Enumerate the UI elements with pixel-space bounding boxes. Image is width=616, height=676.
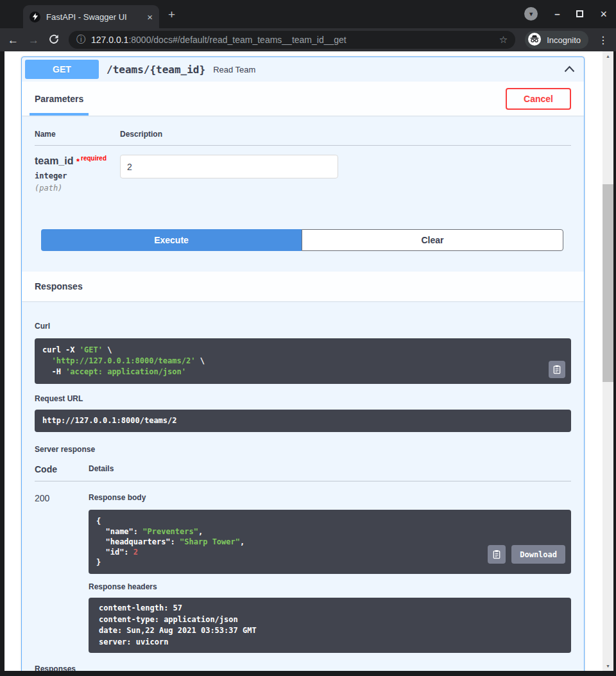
responses-section-title: Responses (35, 281, 83, 291)
copy-curl-button[interactable] (549, 361, 565, 378)
page-scrollbar[interactable]: ▲ ▼ (603, 51, 613, 671)
response-headers-label: Response headers (89, 582, 571, 591)
operation-summary-text: Read Team (213, 65, 564, 74)
column-name: Name (35, 130, 120, 139)
documented-responses-title: Responses (35, 664, 571, 671)
collapse-chevron-icon[interactable] (564, 64, 575, 75)
browser-tab[interactable]: FastAPI - Swagger UI × (23, 5, 159, 28)
browser-toolbar: ← → ⓘ 127.0.0.1:8000/docs#/default/read_… (0, 28, 616, 51)
reload-button[interactable] (49, 34, 59, 46)
new-tab-button[interactable]: + (168, 8, 175, 21)
cancel-button[interactable]: Cancel (506, 88, 571, 110)
tab-title: FastAPI - Swagger UI (46, 12, 141, 22)
curl-codeblock: curl -X 'GET' \ 'http://127.0.0.1:8000/t… (35, 338, 571, 383)
parameter-type: integer (35, 171, 120, 180)
minimize-button[interactable]: – (554, 9, 560, 19)
required-star: * (76, 157, 80, 166)
parameters-table-header: Name Description (35, 116, 571, 146)
incognito-label: Incognito (547, 35, 581, 45)
column-details: Details (89, 464, 114, 474)
request-url-label: Request URL (35, 394, 571, 403)
column-description: Description (120, 130, 162, 139)
close-window-button[interactable]: × (600, 8, 607, 20)
status-code: 200 (35, 493, 89, 654)
scrollbar-thumb[interactable] (603, 184, 613, 382)
scroll-up-icon[interactable]: ▲ (603, 51, 613, 61)
operation-path: /teams/{team_id} (107, 64, 205, 76)
browser-menu-icon[interactable]: ⋮ (598, 34, 608, 46)
parameters-tab-underline (30, 113, 89, 116)
copy-response-button[interactable] (488, 545, 506, 564)
execute-button[interactable]: Execute (41, 229, 302, 251)
server-response-label: Server response (35, 445, 571, 454)
site-info-icon[interactable]: ⓘ (76, 34, 85, 46)
swagger-page: GET /teams/{team_id} Read Team Parameter… (4, 51, 613, 671)
server-response-row: 200 Response body { "name": "Preventers"… (35, 481, 571, 654)
forward-button[interactable]: → (28, 35, 39, 46)
tab-parameters[interactable]: Parameters (35, 94, 83, 104)
browser-titlebar: FastAPI - Swagger UI × + ▼ – × (0, 0, 616, 28)
maximize-button[interactable] (576, 10, 583, 17)
incognito-badge: Incognito (525, 31, 588, 49)
scroll-down-icon[interactable]: ▼ (603, 661, 613, 671)
responses-section-header: Responses (22, 272, 584, 301)
close-tab-icon[interactable]: × (147, 12, 153, 22)
fastapi-favicon-icon (30, 12, 40, 22)
server-response-table-header: Code Details (35, 464, 571, 481)
back-button[interactable]: ← (8, 35, 19, 46)
opblock-get-teams: GET /teams/{team_id} Read Team Parameter… (21, 56, 585, 671)
clear-button[interactable]: Clear (302, 229, 563, 251)
parameter-name: team_id *required (35, 155, 120, 167)
bookmark-star-icon[interactable]: ☆ (499, 34, 508, 46)
response-headers-block: content-length: 57 content-type: applica… (89, 598, 571, 653)
incognito-icon (527, 32, 542, 48)
download-button[interactable]: Download (511, 545, 565, 564)
response-body-label: Response body (89, 493, 571, 502)
address-bar[interactable]: ⓘ 127.0.0.1:8000/docs#/default/read_team… (69, 31, 515, 49)
tab-search-icon[interactable]: ▼ (524, 7, 538, 21)
request-url-block: http://127.0.0.1:8000/teams/2 (35, 410, 571, 432)
curl-label: Curl (35, 322, 571, 331)
parameter-row: team_id *required integer (path) (35, 146, 571, 193)
parameter-location: (path) (35, 184, 120, 193)
team-id-input[interactable] (120, 155, 338, 178)
required-label: required (81, 155, 107, 162)
operation-summary[interactable]: GET /teams/{team_id} Read Team (22, 57, 584, 82)
url-text: 127.0.0.1:8000/docs#/default/read_team_t… (91, 35, 346, 45)
column-code: Code (35, 464, 89, 474)
method-badge: GET (25, 60, 99, 79)
response-body-block: { "name": "Preventers", "headquarters": … (89, 510, 571, 575)
parameters-header: Parameters Cancel (22, 82, 584, 116)
